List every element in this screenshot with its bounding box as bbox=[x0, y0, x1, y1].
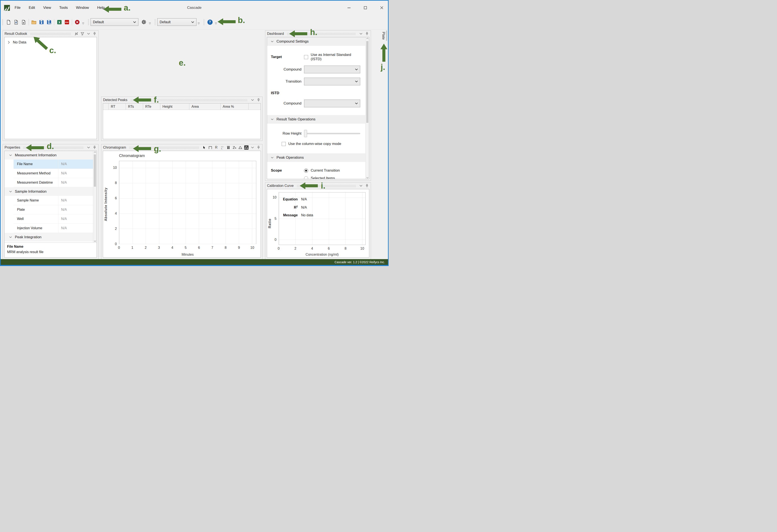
column-header-area[interactable]: Area bbox=[189, 104, 221, 110]
chevron-down-icon[interactable] bbox=[359, 184, 363, 188]
radio-selected-icon[interactable] bbox=[304, 168, 308, 173]
chevron-down-icon[interactable] bbox=[359, 32, 363, 36]
scroll-up-icon bbox=[94, 151, 96, 153]
column-wise-copy-checkbox[interactable] bbox=[282, 142, 286, 146]
section-result-table-operations[interactable]: Result Table Operations bbox=[267, 115, 365, 124]
peak-filled-tool-icon[interactable] bbox=[244, 145, 248, 150]
property-row[interactable]: Measurement DatetimeN/A bbox=[14, 178, 93, 187]
tree-item-no-data[interactable]: No Data bbox=[5, 37, 97, 44]
plate-tab[interactable]: Plate bbox=[381, 30, 387, 41]
column-wise-copy-label: Use the column-wise copy mode bbox=[288, 142, 341, 146]
result-outlook-header[interactable]: Result Outlook bbox=[3, 30, 98, 37]
menu-view[interactable]: View bbox=[43, 6, 51, 10]
radio-unselected-icon[interactable] bbox=[304, 176, 308, 179]
toolbar-overflow-icon[interactable] bbox=[148, 19, 151, 25]
detected-peaks-header[interactable]: Detected Peaks bbox=[101, 97, 262, 103]
menu-file[interactable]: File bbox=[15, 6, 20, 10]
pin-icon[interactable] bbox=[92, 145, 97, 150]
section-measurement-information[interactable]: Measurement Information bbox=[5, 151, 93, 159]
property-description: File Name MRM analysis result file bbox=[5, 242, 97, 257]
pin-icon[interactable] bbox=[365, 32, 369, 36]
toolbar-overflow-icon[interactable] bbox=[214, 19, 217, 25]
pin-icon[interactable] bbox=[256, 98, 260, 102]
menu-window[interactable]: Window bbox=[76, 6, 89, 10]
property-row[interactable]: WellN/A bbox=[14, 215, 93, 224]
toolbar-grip[interactable] bbox=[154, 19, 156, 25]
row-height-slider[interactable] bbox=[304, 130, 360, 137]
transition-dropdown[interactable] bbox=[304, 78, 360, 85]
open-folder-button[interactable] bbox=[30, 19, 37, 25]
peak-outline-tool-icon[interactable] bbox=[238, 145, 242, 150]
export-pdf-button[interactable]: PDF bbox=[64, 19, 70, 25]
toolbar-grip[interactable] bbox=[2, 19, 3, 25]
calibration-curve-header[interactable]: Calibration Curve bbox=[265, 182, 371, 189]
property-row[interactable]: Injection VolumeN/A bbox=[14, 224, 93, 233]
save-button[interactable] bbox=[38, 19, 45, 25]
property-row[interactable]: PlateN/A bbox=[14, 205, 93, 215]
close-button[interactable] bbox=[378, 5, 385, 11]
maximize-button[interactable] bbox=[362, 5, 368, 11]
export-excel-button[interactable]: X bbox=[56, 19, 63, 25]
pin-icon[interactable] bbox=[365, 184, 369, 188]
report-preset-dropdown[interactable]: Default bbox=[157, 18, 197, 26]
property-row[interactable]: Sample NameN/A bbox=[14, 196, 93, 205]
dashboard-header[interactable]: Dashboard bbox=[265, 30, 371, 37]
sort-toggle-icon[interactable] bbox=[74, 32, 79, 36]
zoom-tool-icon[interactable] bbox=[232, 145, 236, 150]
slider-track[interactable] bbox=[304, 133, 360, 134]
slider-thumb[interactable] bbox=[304, 130, 307, 137]
scroll-down-icon bbox=[94, 240, 96, 242]
pointer-tool-icon[interactable] bbox=[202, 145, 206, 150]
scope-option-current-transition[interactable]: Current Transition bbox=[304, 168, 340, 173]
pin-icon[interactable] bbox=[256, 145, 260, 150]
peak-numbering-tool-icon[interactable]: 1 23‥ bbox=[220, 145, 224, 150]
menu-edit[interactable]: Edit bbox=[29, 6, 35, 10]
layout-preset-dropdown[interactable]: Default bbox=[91, 18, 138, 26]
column-header-height[interactable]: Height bbox=[160, 104, 189, 110]
toolbar-overflow-icon[interactable] bbox=[82, 19, 85, 25]
abort-button[interactable] bbox=[74, 19, 81, 25]
pin-icon[interactable] bbox=[92, 32, 97, 36]
property-row[interactable]: File NameN/A bbox=[14, 159, 93, 169]
chromatogram-plot-area[interactable] bbox=[119, 161, 256, 244]
annotation-label-c: c. bbox=[49, 46, 56, 55]
new-file-button[interactable] bbox=[5, 19, 12, 25]
chevron-down-icon[interactable] bbox=[86, 32, 91, 36]
table-body-empty[interactable] bbox=[103, 110, 260, 139]
filter-icon[interactable] bbox=[80, 32, 85, 36]
save-as-button[interactable] bbox=[45, 19, 52, 25]
chevron-down-icon[interactable] bbox=[250, 98, 254, 102]
help-button[interactable]: ? bbox=[207, 19, 213, 25]
manual-integration-tool-icon[interactable] bbox=[226, 145, 230, 150]
new-result-file-button[interactable]: R bbox=[13, 19, 19, 25]
panel-title: Calibration Curve bbox=[267, 184, 294, 188]
scope-option-selected-items[interactable]: Selected Items bbox=[304, 176, 340, 179]
menu-tools[interactable]: Tools bbox=[59, 6, 68, 10]
section-compound-settings[interactable]: Compound Settings bbox=[267, 37, 365, 46]
rt-label-tool-icon[interactable]: R bbox=[214, 145, 218, 150]
toolbar-grip[interactable] bbox=[203, 19, 205, 25]
minimize-button[interactable] bbox=[346, 5, 352, 11]
column-header-area-pct[interactable]: Area % bbox=[221, 104, 248, 110]
settings-gear-button[interactable] bbox=[140, 19, 147, 25]
chromatogram-panel: Chromatogram R 1 23‥ bbox=[101, 144, 262, 259]
toolbar-overflow-icon[interactable] bbox=[197, 19, 200, 25]
chevron-down-icon[interactable] bbox=[86, 145, 91, 150]
section-sample-information[interactable]: Sample Information bbox=[5, 187, 93, 196]
chevron-down-icon[interactable] bbox=[250, 145, 254, 150]
compound-dropdown[interactable] bbox=[304, 65, 360, 73]
section-peak-operations[interactable]: Peak Operations bbox=[267, 153, 365, 162]
detected-peaks-panel: Detected Peaks RT RTs RTe Height Area Ar… bbox=[101, 97, 262, 141]
rect-select-tool-icon[interactable] bbox=[208, 145, 212, 150]
istd-checkbox[interactable] bbox=[304, 55, 308, 59]
chromatogram-header[interactable]: Chromatogram R 1 23‥ bbox=[101, 144, 262, 151]
add-file-button[interactable] bbox=[20, 19, 27, 25]
section-peak-integration[interactable]: Peak Integration bbox=[5, 233, 93, 242]
column-header-rts[interactable]: RTs bbox=[126, 104, 143, 110]
properties-scrollbar[interactable] bbox=[93, 151, 97, 242]
column-header-rt[interactable]: RT bbox=[109, 104, 126, 110]
toolbar-grip[interactable] bbox=[88, 19, 89, 25]
property-row[interactable]: Measurement MethodN/A bbox=[14, 169, 93, 178]
dashboard-scrollbar[interactable] bbox=[365, 37, 369, 179]
istd-compound-dropdown[interactable] bbox=[304, 100, 360, 107]
